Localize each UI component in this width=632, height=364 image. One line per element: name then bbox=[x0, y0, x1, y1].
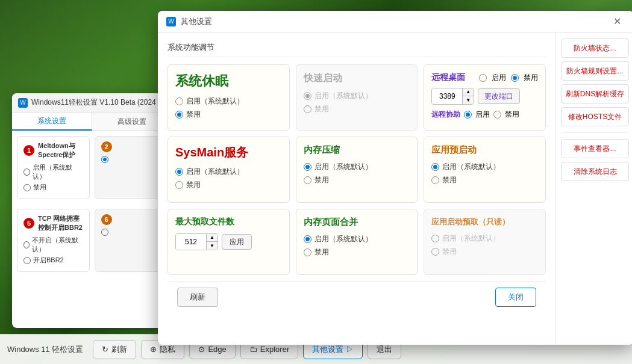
launch-prefetch-disable[interactable]: 禁用 bbox=[431, 247, 538, 257]
card-mem-page-title: 内存页面合并 bbox=[304, 217, 410, 228]
taskbar-refresh-btn[interactable]: ↻ 刷新 bbox=[93, 340, 136, 359]
dialog-other-settings: W 其他设置 ✕ 系统功能调节 系统休眠 启用（系统默认） 禁用 bbox=[158, 11, 632, 345]
firewall-status-button[interactable]: 防火墙状态... bbox=[561, 39, 629, 58]
app-tabs: 系统设置 高级设置 bbox=[12, 113, 172, 131]
setting-item-5: 5 TCP 网络拥塞控制开启BBR2 不开启（系统默认） 开启BBR2 bbox=[17, 209, 90, 272]
card-sleep: 系统休眠 启用（系统默认） 禁用 bbox=[167, 64, 290, 131]
app-title: Windows11轻松设置 V1.10 Beta (2024 bbox=[31, 97, 156, 108]
card-sleep-title: 系统休眠 bbox=[175, 72, 282, 90]
setting-item-1: 1 Meltdown与Spectre保护 启用（系统默认） 禁用 bbox=[17, 136, 90, 199]
modify-hosts-button[interactable]: 修改HOSTS文件 bbox=[561, 107, 629, 126]
fast-boot-option-enable[interactable]: 启用（系统默认） bbox=[304, 91, 410, 101]
card-prefetch-title: 最大预取文件数 bbox=[175, 217, 282, 227]
remote-desktop-radios: 启用 禁用 bbox=[479, 73, 538, 83]
change-port-button[interactable]: 更改端口 bbox=[478, 88, 520, 104]
remote-disable-radio[interactable] bbox=[511, 74, 519, 82]
privacy-icon: ⊕ bbox=[150, 345, 157, 354]
item1-option2[interactable]: 禁用 bbox=[23, 183, 83, 192]
settings-row-2: SysMain服务 启用（系统默认） 禁用 内存压缩 bbox=[167, 137, 546, 203]
setting-item-6: 6 bbox=[95, 209, 167, 272]
item-num-6: 6 bbox=[101, 214, 112, 225]
port-decrement[interactable]: ▼ bbox=[463, 96, 474, 104]
clear-log-button[interactable]: 清除系统日志 bbox=[561, 162, 629, 181]
section-title: 系统功能调节 bbox=[167, 42, 546, 57]
dialog-sidebar: 防火墙状态... 防火墙规则设置... 刷新DNS解析缓存 修改HOSTS文件 … bbox=[555, 32, 632, 345]
fast-boot-option-disable[interactable]: 禁用 bbox=[304, 104, 410, 114]
dialog-close-button[interactable]: ✕ bbox=[609, 13, 625, 30]
item-num-5: 5 bbox=[23, 218, 34, 229]
event-viewer-button[interactable]: 事件查看器... bbox=[561, 139, 629, 158]
mem-page-enable[interactable]: 启用（系统默认） bbox=[304, 234, 410, 244]
remote-desktop-header: 远程桌面 启用 禁用 bbox=[431, 72, 538, 83]
item2-option1[interactable] bbox=[101, 156, 161, 163]
item-num-1: 1 bbox=[23, 145, 34, 156]
dialog-body: 系统功能调节 系统休眠 启用（系统默认） 禁用 bbox=[158, 32, 632, 345]
app-window-background: W Windows11轻松设置 V1.10 Beta (2024 系统设置 高级… bbox=[12, 93, 172, 328]
mem-page-disable[interactable]: 禁用 bbox=[304, 247, 410, 258]
settings-row-3: 最大预取文件数 ▲ ▼ 应用 内存 bbox=[167, 209, 546, 275]
settings-row-1: 系统休眠 启用（系统默认） 禁用 快速启动 启用 bbox=[167, 64, 546, 131]
remote-desktop-title: 远程桌面 bbox=[431, 72, 465, 83]
prefetch-spinbox-row: ▲ ▼ 应用 bbox=[175, 233, 282, 250]
card-fast-boot-title: 快速启动 bbox=[304, 72, 410, 85]
taskbar-title: Windows 11 轻松设置 bbox=[7, 344, 83, 355]
refresh-icon: ↻ bbox=[102, 345, 108, 354]
card-sysmain-title: SysMain服务 bbox=[175, 144, 282, 161]
sleep-option-enable[interactable]: 启用（系统默认） bbox=[175, 96, 282, 106]
port-spinbox: ▲ ▼ bbox=[431, 88, 474, 105]
app-preload-disable[interactable]: 禁用 bbox=[431, 175, 538, 185]
dialog-main-content: 系统功能调节 系统休眠 启用（系统默认） 禁用 bbox=[158, 32, 555, 345]
mem-compress-disable[interactable]: 禁用 bbox=[304, 175, 410, 185]
explorer-icon: 🗀 bbox=[249, 345, 257, 354]
card-app-launch-title: 应用启动预取（只读） bbox=[431, 217, 538, 227]
prefetch-increment[interactable]: ▲ bbox=[207, 234, 217, 242]
app-icon: W bbox=[18, 98, 28, 108]
setting-item-2: 2 bbox=[95, 136, 167, 199]
dialog-close-btn[interactable]: 关闭 bbox=[495, 288, 536, 307]
prefetch-input[interactable] bbox=[176, 234, 206, 250]
card-fast-boot: 快速启动 启用（系统默认） 禁用 bbox=[296, 64, 418, 131]
port-row: ▲ ▼ 更改端口 bbox=[431, 88, 538, 105]
prefetch-spinbox: ▲ ▼ bbox=[175, 233, 218, 250]
remote-enable-radio[interactable] bbox=[479, 74, 487, 82]
firewall-rules-button[interactable]: 防火墙规则设置... bbox=[561, 61, 629, 81]
launch-prefetch-enable[interactable]: 启用（系统默认） bbox=[431, 233, 538, 244]
sleep-option-disable[interactable]: 禁用 bbox=[175, 110, 282, 120]
card-mem-compress: 内存压缩 启用（系统默认） 禁用 bbox=[296, 137, 418, 203]
tab-system-settings[interactable]: 系统设置 bbox=[12, 113, 92, 131]
card-app-launch-prefetch: 应用启动预取（只读） 启用（系统默认） 禁用 bbox=[424, 209, 546, 275]
dialog-refresh-button[interactable]: 刷新 bbox=[177, 288, 218, 307]
item5-option1[interactable]: 不开启（系统默认） bbox=[23, 236, 83, 254]
app-titlebar: W Windows11轻松设置 V1.10 Beta (2024 bbox=[12, 93, 172, 113]
dialog-titlebar: W 其他设置 ✕ bbox=[158, 11, 632, 32]
dialog-title-icon: W bbox=[166, 17, 176, 26]
remote-assist-row: 远程协助 启用 禁用 bbox=[431, 110, 538, 120]
sidebar-divider bbox=[561, 132, 629, 133]
refresh-dns-button[interactable]: 刷新DNS解析缓存 bbox=[561, 84, 629, 103]
app-content: 1 Meltdown与Spectre保护 启用（系统默认） 禁用 2 bbox=[12, 131, 172, 282]
card-prefetch-count: 最大预取文件数 ▲ ▼ 应用 bbox=[167, 209, 290, 275]
card-remote-desktop: 远程桌面 启用 禁用 ▲ ▼ bbox=[424, 64, 546, 131]
remote-assist-label: 远程协助 bbox=[431, 110, 460, 120]
item-num-2: 2 bbox=[101, 141, 112, 152]
port-increment[interactable]: ▲ bbox=[463, 88, 474, 96]
dialog-footer: 刷新 关闭 bbox=[167, 281, 546, 313]
assist-disable-radio[interactable] bbox=[493, 111, 501, 119]
card-mem-compress-title: 内存压缩 bbox=[304, 144, 410, 156]
edge-icon: ⊙ bbox=[198, 345, 205, 354]
sysmain-option-disable[interactable]: 禁用 bbox=[175, 180, 282, 190]
card-app-preload: 应用预启动 启用（系统默认） 禁用 bbox=[424, 137, 546, 203]
item5-option2[interactable]: 开启BBR2 bbox=[23, 256, 83, 265]
card-app-preload-title: 应用预启动 bbox=[431, 144, 538, 156]
port-input[interactable] bbox=[432, 88, 462, 104]
sysmain-option-enable[interactable]: 启用（系统默认） bbox=[175, 167, 282, 177]
assist-enable-radio[interactable] bbox=[464, 111, 472, 119]
card-sysmain: SysMain服务 启用（系统默认） 禁用 bbox=[167, 137, 290, 203]
item1-option1[interactable]: 启用（系统默认） bbox=[23, 163, 83, 181]
item6-option1[interactable] bbox=[101, 229, 161, 236]
prefetch-decrement[interactable]: ▼ bbox=[207, 242, 217, 250]
card-mem-page: 内存页面合并 启用（系统默认） 禁用 bbox=[296, 209, 418, 275]
prefetch-apply-button[interactable]: 应用 bbox=[222, 234, 252, 250]
app-preload-enable[interactable]: 启用（系统默认） bbox=[431, 162, 538, 172]
mem-compress-enable[interactable]: 启用（系统默认） bbox=[304, 162, 410, 172]
